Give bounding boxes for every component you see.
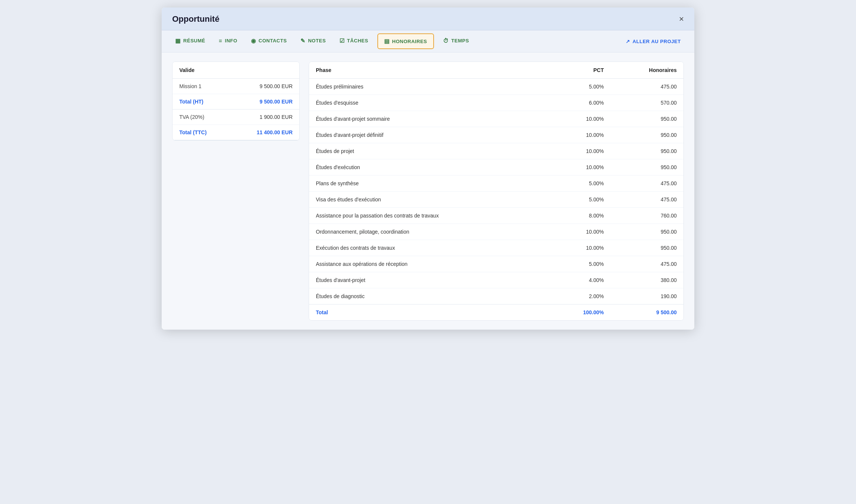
phase-cell: Ordonnancement, pilotage, coordination <box>309 224 550 240</box>
table-row: Assistance aux opérations de réception 5… <box>309 256 683 272</box>
tva-label: TVA (20%) <box>179 114 204 120</box>
tab-contacts[interactable]: ◉ CONTACTS <box>245 31 293 52</box>
honoraires-cell: 475.00 <box>611 176 683 192</box>
honoraires-cell: 475.00 <box>611 192 683 208</box>
main-content: Valide Mission 1 9 500.00 EUR Total (HT)… <box>162 52 694 330</box>
total-honoraires: 9 500.00 <box>611 304 683 321</box>
taches-icon: ☑ <box>339 38 345 44</box>
phase-cell: Études d'avant-projet définitif <box>309 127 550 143</box>
pct-cell: 5.00% <box>550 256 611 272</box>
pct-cell: 10.00% <box>550 143 611 159</box>
honoraires-icon: ▤ <box>384 38 390 45</box>
tabs-bar: ▦ RÉSUMÉ ≡ INFO ◉ CONTACTS ✎ NOTES ☑ TÂC… <box>162 30 694 52</box>
honoraires-cell: 950.00 <box>611 143 683 159</box>
tab-resume[interactable]: ▦ RÉSUMÉ <box>169 31 211 52</box>
total-ht-label: Total (HT) <box>179 99 203 105</box>
modal-header: Opportunité × <box>162 8 694 30</box>
close-button[interactable]: × <box>679 15 684 23</box>
honoraires-cell: 950.00 <box>611 127 683 143</box>
phase-cell: Études d'avant-projet <box>309 272 550 288</box>
honoraires-cell: 475.00 <box>611 256 683 272</box>
external-link-icon: ↗ <box>626 39 630 44</box>
info-icon: ≡ <box>219 38 222 44</box>
total-ht-value: 9 500.00 EUR <box>260 99 293 105</box>
total-label: Total <box>309 304 550 321</box>
honoraires-cell: 950.00 <box>611 159 683 176</box>
phase-cell: Études préliminaires <box>309 79 550 95</box>
tab-notes[interactable]: ✎ NOTES <box>294 31 332 52</box>
total-ttc-value: 11 400.00 EUR <box>257 129 293 135</box>
phase-cell: Études d'avant-projet sommaire <box>309 111 550 127</box>
table-row: Études d'avant-projet définitif 10.00% 9… <box>309 127 683 143</box>
pct-cell: 5.00% <box>550 192 611 208</box>
col-pct: PCT <box>550 62 611 79</box>
pct-cell: 4.00% <box>550 272 611 288</box>
tab-taches[interactable]: ☑ TÂCHES <box>333 31 374 52</box>
tva-value: 1 900.00 EUR <box>260 114 293 120</box>
pct-cell: 8.00% <box>550 208 611 224</box>
table-row: Assistance pour la passation des contrat… <box>309 208 683 224</box>
phase-cell: Études de diagnostic <box>309 288 550 304</box>
left-panel: Valide Mission 1 9 500.00 EUR Total (HT)… <box>172 62 300 141</box>
honoraires-cell: 760.00 <box>611 208 683 224</box>
pct-cell: 10.00% <box>550 111 611 127</box>
honoraires-cell: 475.00 <box>611 79 683 95</box>
pct-cell: 10.00% <box>550 127 611 143</box>
notes-icon: ✎ <box>300 38 306 44</box>
mission-row: Mission 1 9 500.00 EUR <box>173 79 299 94</box>
table-header-row: Phase PCT Honoraires <box>309 62 683 79</box>
tab-temps[interactable]: ⏱ TEMPS <box>437 31 475 52</box>
pct-cell: 10.00% <box>550 159 611 176</box>
honoraires-cell: 950.00 <box>611 224 683 240</box>
pct-cell: 10.00% <box>550 240 611 256</box>
table-row: Études d'exécution 10.00% 950.00 <box>309 159 683 176</box>
total-ht-row: Total (HT) 9 500.00 EUR <box>173 94 299 110</box>
honoraires-cell: 190.00 <box>611 288 683 304</box>
phase-cell: Plans de synthèse <box>309 176 550 192</box>
contacts-icon: ◉ <box>251 38 256 44</box>
modal-title: Opportunité <box>172 14 219 24</box>
temps-icon: ⏱ <box>443 38 449 44</box>
total-row: Total 100.00% 9 500.00 <box>309 304 683 321</box>
modal: Opportunité × ▦ RÉSUMÉ ≡ INFO ◉ CONTACTS… <box>162 8 694 330</box>
total-ttc-label: Total (TTC) <box>179 129 207 135</box>
table-row: Ordonnancement, pilotage, coordination 1… <box>309 224 683 240</box>
table-row: Visa des études d'exécution 5.00% 475.00 <box>309 192 683 208</box>
tab-info[interactable]: ≡ INFO <box>213 31 243 52</box>
table-row: Études de diagnostic 2.00% 190.00 <box>309 288 683 304</box>
pct-cell: 5.00% <box>550 176 611 192</box>
table-row: Exécution des contrats de travaux 10.00%… <box>309 240 683 256</box>
pct-cell: 2.00% <box>550 288 611 304</box>
total-pct: 100.00% <box>550 304 611 321</box>
mission-label: Mission 1 <box>179 83 201 89</box>
phase-cell: Assistance pour la passation des contrat… <box>309 208 550 224</box>
phase-cell: Exécution des contrats de travaux <box>309 240 550 256</box>
right-panel: Phase PCT Honoraires Études préliminaire… <box>309 62 684 321</box>
tab-aller-au-projet[interactable]: ↗ ALLER AU PROJET <box>620 32 687 51</box>
table-row: Études préliminaires 5.00% 475.00 <box>309 79 683 95</box>
pct-cell: 6.00% <box>550 95 611 111</box>
phases-table: Phase PCT Honoraires Études préliminaire… <box>309 62 683 320</box>
resume-icon: ▦ <box>175 38 181 44</box>
left-panel-header: Valide <box>173 62 299 79</box>
honoraires-cell: 380.00 <box>611 272 683 288</box>
total-ttc-row: Total (TTC) 11 400.00 EUR <box>173 125 299 140</box>
phase-cell: Études d'exécution <box>309 159 550 176</box>
honoraires-cell: 950.00 <box>611 240 683 256</box>
phase-cell: Études d'esquisse <box>309 95 550 111</box>
table-row: Études d'avant-projet sommaire 10.00% 95… <box>309 111 683 127</box>
pct-cell: 5.00% <box>550 79 611 95</box>
honoraires-cell: 570.00 <box>611 95 683 111</box>
table-row: Études d'esquisse 6.00% 570.00 <box>309 95 683 111</box>
tva-row: TVA (20%) 1 900.00 EUR <box>173 110 299 125</box>
table-row: Études d'avant-projet 4.00% 380.00 <box>309 272 683 288</box>
phase-cell: Visa des études d'exécution <box>309 192 550 208</box>
phase-cell: Assistance aux opérations de réception <box>309 256 550 272</box>
mission-value: 9 500.00 EUR <box>260 83 293 89</box>
phase-cell: Études de projet <box>309 143 550 159</box>
table-row: Études de projet 10.00% 950.00 <box>309 143 683 159</box>
table-row: Plans de synthèse 5.00% 475.00 <box>309 176 683 192</box>
tab-honoraires[interactable]: ▤ HONORAIRES <box>377 33 434 49</box>
pct-cell: 10.00% <box>550 224 611 240</box>
col-honoraires: Honoraires <box>611 62 683 79</box>
